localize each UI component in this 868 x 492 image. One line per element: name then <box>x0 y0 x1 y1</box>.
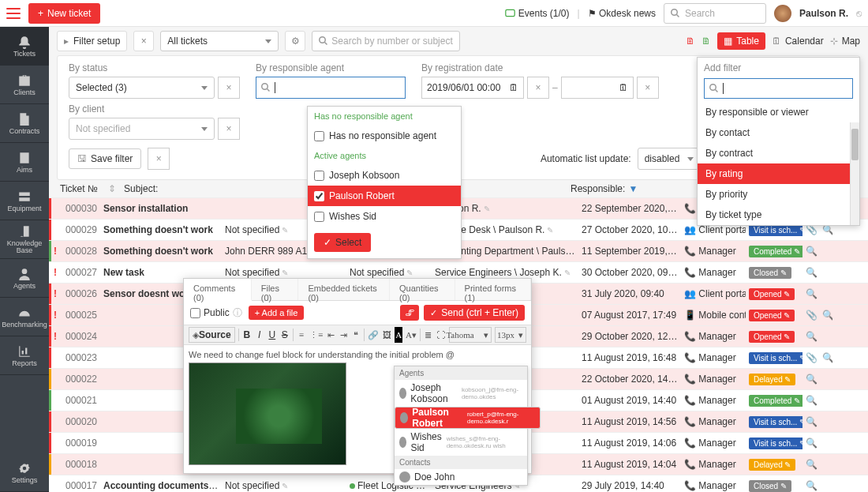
mention-agent-2[interactable]: Paulson Robert robert_p@fm-eng-demo.okde… <box>395 407 541 429</box>
send-button[interactable]: ✓ Send (ctrl + Enter) <box>424 305 525 321</box>
nav-settings[interactable]: Settings <box>0 453 49 492</box>
nav-agents[interactable]: Agents <box>0 259 49 298</box>
nav-tickets[interactable]: Tickets <box>0 27 49 66</box>
tool-bg[interactable]: A▾ <box>406 327 417 343</box>
gear-button[interactable]: ⚙ <box>285 31 305 51</box>
filter-status-remove[interactable]: × <box>218 77 240 99</box>
filter-client-select[interactable]: Not specified <box>69 118 215 140</box>
mention-agent-1[interactable]: Joseph Kobsoon kobsoon_j@fm-eng-demo.okd… <box>395 380 527 407</box>
logout-icon[interactable]: ⎋ <box>856 8 862 19</box>
add-filter-opt[interactable]: By rating <box>698 163 859 184</box>
svg-point-1 <box>672 9 678 15</box>
nav-clients[interactable]: Clients <box>0 66 49 104</box>
add-filter-opt[interactable]: By contact <box>698 122 859 143</box>
add-filter-opt[interactable]: By priority <box>698 184 859 205</box>
add-filter-search[interactable] <box>704 78 853 99</box>
agent-opt-2[interactable]: Paulson Robert <box>308 186 461 206</box>
svg-line-7 <box>268 89 270 92</box>
tool-underline[interactable]: U <box>268 327 277 343</box>
tool-ol[interactable]: ≡ <box>297 327 306 343</box>
nav-equipment[interactable]: Equipment <box>0 182 49 220</box>
svg-line-2 <box>676 14 679 17</box>
search-tickets[interactable]: Search by number or subject <box>312 31 459 51</box>
nav-knowledge-base[interactable]: Knowledge Base <box>0 220 49 259</box>
tool-image[interactable]: 🖼 <box>382 327 391 343</box>
filter-agent-input[interactable] <box>256 77 406 99</box>
tool-indent[interactable]: ⇥ <box>339 327 348 343</box>
filter-setup-chip[interactable]: ▸ Filter setup <box>57 31 127 51</box>
svg-point-8 <box>710 85 716 91</box>
export-xls-icon[interactable]: 🗎 <box>702 36 711 47</box>
public-checkbox[interactable]: Public ⓘ <box>190 306 242 320</box>
tool-source[interactable]: ◈ Source <box>189 327 235 343</box>
news-link[interactable]: ⚑ Okdesk news <box>588 8 656 19</box>
filter-date-to[interactable]: 🗓 <box>561 77 634 99</box>
hamburger-menu[interactable] <box>6 8 21 19</box>
mention-agent-3[interactable]: Wishes Sid wishes_s@fm-eng-demo.okdesk.r… <box>395 429 527 456</box>
nav-contracts[interactable]: Contracts <box>0 104 49 143</box>
date-to-clear[interactable]: × <box>637 77 659 99</box>
username[interactable]: Paulson R. <box>799 8 848 19</box>
filter-client-label: By client <box>69 103 240 115</box>
agent-opt-none[interactable]: Has no responsible agent <box>308 126 461 146</box>
add-file-button[interactable]: + Add a file <box>249 306 305 320</box>
col-subject[interactable]: Subject: <box>121 183 238 194</box>
tool-link[interactable]: 🔗 <box>368 327 379 343</box>
add-filter-opt[interactable]: By ticket type <box>698 205 859 225</box>
filter-regdate-label: By registration date <box>421 62 659 73</box>
add-filter-opt[interactable]: By contract <box>698 143 859 163</box>
export-pdf-icon[interactable]: 🗎 <box>686 36 695 47</box>
editor-tab[interactable]: Files (0) <box>252 279 299 300</box>
add-filter-scrollbar[interactable] <box>850 122 859 225</box>
attachments-icon[interactable]: 🖇 <box>400 305 419 321</box>
reset-filters[interactable]: × <box>148 148 170 170</box>
save-filter-button[interactable]: 🖫 Save filter <box>69 148 141 169</box>
avatar[interactable] <box>774 5 791 22</box>
new-ticket-button[interactable]: +New ticket <box>28 3 100 24</box>
nav-aims[interactable]: Aims <box>0 143 49 182</box>
agent-select-button[interactable]: ✓ Select <box>314 233 371 252</box>
mention-contact-1[interactable]: Doe John <box>395 469 527 485</box>
col-responsible[interactable]: Responsible: <box>567 183 628 194</box>
tool-bold[interactable]: B <box>242 327 252 343</box>
svg-point-3 <box>22 269 28 274</box>
tool-italic[interactable]: I <box>255 327 264 343</box>
nav-reports[interactable]: Reports <box>0 336 49 375</box>
agent-opt-1[interactable]: Joseph Kobsoon <box>308 165 461 186</box>
tool-color[interactable]: A <box>395 327 402 343</box>
view-map[interactable]: ⊹ Map <box>830 36 860 47</box>
view-calendar[interactable]: 🗓 Calendar <box>772 36 824 47</box>
tool-ul[interactable]: ⋮≡ <box>309 327 323 343</box>
filter-status-select[interactable]: Selected (3) <box>69 77 215 99</box>
tool-expand[interactable]: ⛶ <box>436 327 446 343</box>
date-from-clear[interactable]: × <box>527 77 549 99</box>
tool-size[interactable]: 13px▾ <box>495 327 526 343</box>
view-table[interactable]: ▦ Table <box>717 32 765 50</box>
add-filter-opt[interactable]: By responsible or viewer <box>698 102 859 122</box>
global-search[interactable]: Search <box>664 3 766 24</box>
events-link[interactable]: Events (1/0) <box>505 8 570 19</box>
auto-update-select[interactable]: disabled <box>638 148 701 170</box>
add-filter-popup: Add filter By responsible or viewerBy co… <box>697 57 860 226</box>
filter-date-from[interactable]: 2019/06/01 00:00🗓 <box>421 77 524 99</box>
tickets-dropdown[interactable]: All tickets <box>160 31 279 51</box>
tool-align[interactable]: ≣ <box>424 327 433 343</box>
tool-strike[interactable]: S <box>280 327 290 343</box>
editor-text[interactable]: We need to change fuel block for underst… <box>189 350 526 359</box>
editor-tab[interactable]: Embedded tickets (0) <box>298 279 390 300</box>
attached-image <box>189 362 346 465</box>
col-num[interactable]: Ticket № <box>57 183 108 194</box>
tool-quote[interactable]: ❝ <box>351 327 361 343</box>
editor-tab[interactable]: Comments (0) <box>184 279 252 301</box>
mention-popup: Agents Joseph Kobsoon kobsoon_j@fm-eng-d… <box>394 366 528 486</box>
agent-popup: Has no responsible agent Has no responsi… <box>307 106 462 259</box>
agent-opt-3[interactable]: Wishes Sid <box>308 206 461 227</box>
tool-outdent[interactable]: ⇤ <box>326 327 335 343</box>
filter-close[interactable]: × <box>133 31 154 51</box>
filter-status-label: By status <box>69 62 240 73</box>
filter-client-remove[interactable]: × <box>218 118 240 140</box>
tool-font[interactable]: Tahoma▾ <box>449 327 492 343</box>
editor-tab[interactable]: Quantities (0) <box>390 279 455 300</box>
nav-benchmarking[interactable]: Benchmarking <box>0 298 49 336</box>
editor-tab[interactable]: Printed forms (1) <box>455 279 531 300</box>
